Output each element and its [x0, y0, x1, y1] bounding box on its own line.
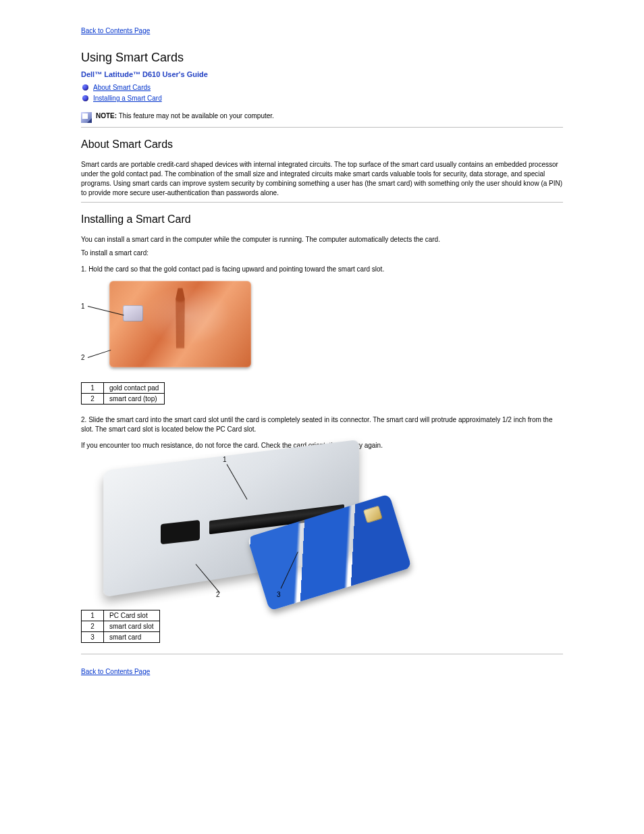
install-step-1: 1. Hold the card so that the gold contac…: [81, 265, 563, 274]
divider: [81, 202, 563, 203]
table-row: 1PC Card slot: [82, 610, 160, 621]
back-to-contents-bottom[interactable]: Back to Contents Page: [81, 668, 563, 675]
callout-3: 3: [277, 591, 281, 598]
legend-label: PC Card slot: [104, 610, 160, 621]
legend-label: smart card slot: [104, 621, 160, 632]
callout-2: 2: [216, 591, 220, 598]
smart-card-slot-illustration: [161, 520, 200, 544]
install-step-lead: To install a smart card:: [81, 249, 563, 258]
back-to-contents-top[interactable]: Back to Contents Page: [81, 27, 563, 34]
toc-link-about[interactable]: About Smart Cards: [93, 84, 151, 91]
toc-link-install[interactable]: Installing a Smart Card: [93, 95, 162, 102]
table-row: 1gold contact pad: [82, 383, 165, 394]
legend-num: 1: [82, 610, 104, 621]
legend-num: 3: [82, 632, 104, 643]
figure-laptop-smart-card: 1 2 3: [108, 454, 392, 603]
callout-2: 2: [81, 354, 85, 361]
toc-list: About Smart Cards Installing a Smart Car…: [82, 82, 563, 104]
gold-contact-pad-illustration: [123, 305, 143, 321]
install-step-2: 2. Slide the smart card into the smart c…: [81, 415, 563, 434]
guide-title: Dell™ Latitude™ D610 User's Guide: [81, 70, 563, 78]
step-number: 1.: [81, 265, 86, 273]
section-install-heading: Installing a Smart Card: [81, 213, 563, 226]
legend-num: 2: [82, 394, 104, 405]
callout-label: 3: [277, 591, 281, 598]
note-text: NOTE: This feature may not be available …: [96, 112, 274, 120]
about-paragraph: Smart cards are portable credit-card sha…: [81, 160, 563, 198]
callout-1: 1: [223, 456, 227, 463]
callout-label: 1: [81, 303, 85, 310]
legend-num: 2: [82, 621, 104, 632]
note-body: This feature may not be available on you…: [119, 112, 274, 120]
legend-num: 1: [82, 383, 104, 394]
smart-card-illustration: [109, 281, 251, 367]
step-text: Hold the card so that the gold contact p…: [88, 265, 384, 273]
note-label: NOTE:: [96, 112, 117, 120]
divider: [81, 654, 563, 654]
legend-table-2: 1PC Card slot 2smart card slot 3smart ca…: [81, 610, 160, 643]
list-item: About Smart Cards: [82, 82, 563, 93]
table-row: 3smart card: [82, 632, 160, 643]
page-title: Using Smart Cards: [81, 51, 563, 65]
legend-label: gold contact pad: [104, 383, 165, 394]
step-text: Slide the smart card into the smart card…: [81, 416, 552, 433]
note-block: NOTE: This feature may not be available …: [81, 112, 563, 123]
callout-label: 2: [81, 354, 85, 361]
legend-label: smart card: [104, 632, 160, 643]
callout-1: 1: [81, 303, 85, 310]
divider: [81, 127, 563, 128]
table-row: 2smart card (top): [82, 394, 165, 405]
list-item: Installing a Smart Card: [82, 93, 563, 104]
figure-smart-card-top: 1 2: [81, 281, 257, 375]
callout-label: 1: [223, 456, 227, 463]
install-intro: You can install a smart card in the comp…: [81, 235, 563, 244]
legend-label: smart card (top): [104, 394, 165, 405]
step-number: 2.: [81, 416, 86, 423]
note-icon: [81, 112, 92, 123]
table-row: 2smart card slot: [82, 621, 160, 632]
section-about-heading: About Smart Cards: [81, 138, 563, 151]
legend-table-1: 1gold contact pad 2smart card (top): [81, 382, 165, 405]
